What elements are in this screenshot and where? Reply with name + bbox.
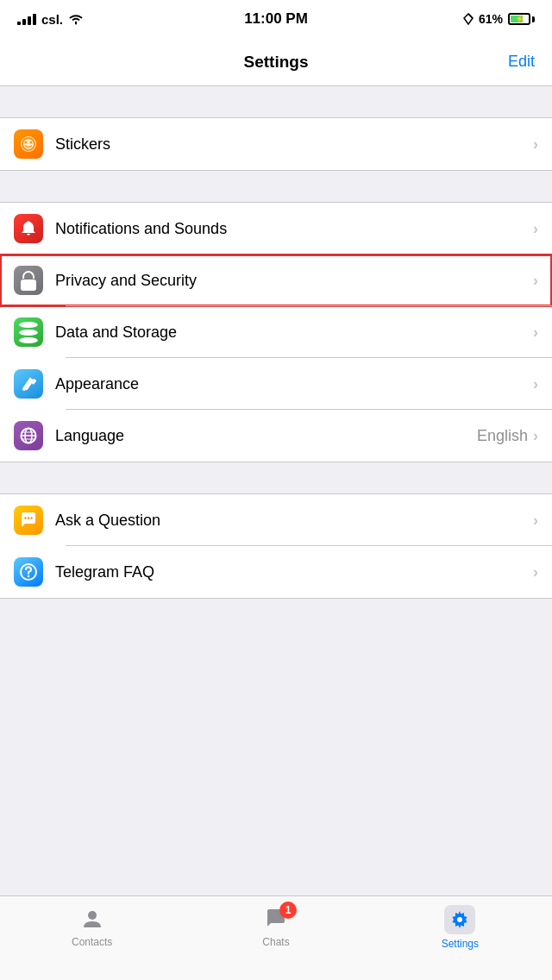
ask-question-row[interactable]: Ask a Question › xyxy=(0,494,552,546)
main-content: Stickers › Notifications and Sounds › xyxy=(0,86,552,716)
chats-badge: 1 xyxy=(279,901,297,919)
nav-title: Settings xyxy=(244,53,309,72)
settings-icon-wrap xyxy=(444,905,475,934)
lock-icon xyxy=(21,271,36,291)
appearance-chevron: › xyxy=(533,375,538,393)
svg-point-12 xyxy=(24,517,26,518)
svg-point-5 xyxy=(22,387,26,391)
chats-label: Chats xyxy=(262,936,289,948)
contacts-icon xyxy=(80,907,104,931)
svg-point-19 xyxy=(457,917,462,922)
section-spacer-3 xyxy=(0,462,552,493)
stickers-row[interactable]: Stickers › xyxy=(0,118,552,170)
stickers-label: Stickers xyxy=(55,135,533,154)
section-spacer-2 xyxy=(0,171,552,202)
stickers-icon xyxy=(14,129,43,159)
privacy-icon xyxy=(14,266,43,295)
appearance-row[interactable]: Appearance › xyxy=(0,358,552,410)
svg-point-13 xyxy=(28,517,29,518)
carrier-label: csl. xyxy=(41,12,63,27)
edit-button[interactable]: Edit xyxy=(508,53,535,71)
settings-group-2: Notifications and Sounds › Privacy and S… xyxy=(0,202,552,462)
contacts-icon-wrap xyxy=(77,905,108,933)
nav-bar: Settings Edit xyxy=(0,38,552,86)
brush-svg xyxy=(19,374,38,393)
settings-label: Settings xyxy=(442,938,479,950)
notifications-label: Notifications and Sounds xyxy=(55,220,533,238)
section-spacer-4 xyxy=(0,599,552,630)
notifications-icon xyxy=(14,214,43,243)
status-bar: csl. 11:00 PM 61% ⚡ xyxy=(0,0,552,38)
battery-icon: ⚡ xyxy=(508,13,535,25)
battery-percent: 61% xyxy=(479,12,503,26)
svg-point-2 xyxy=(25,141,28,144)
svg-point-17 xyxy=(88,911,97,920)
data-chevron: › xyxy=(533,324,538,342)
settings-icon xyxy=(449,909,470,930)
privacy-chevron: › xyxy=(533,272,538,290)
status-time: 11:00 PM xyxy=(244,10,308,28)
wifi-icon xyxy=(68,13,84,25)
tab-settings[interactable]: Settings xyxy=(368,905,552,950)
chat-bubble-svg xyxy=(19,511,38,530)
data-label: Data and Storage xyxy=(55,324,533,342)
data-row[interactable]: Data and Storage › xyxy=(0,306,552,358)
tab-contacts[interactable]: Contacts xyxy=(0,905,184,948)
faq-label: Telegram FAQ xyxy=(55,563,533,581)
tab-bar: Contacts 1 Chats Settings xyxy=(0,895,552,980)
settings-group-3: Ask a Question › Telegram FAQ › xyxy=(0,493,552,599)
question-svg xyxy=(19,562,38,581)
language-row[interactable]: Language English › xyxy=(0,410,552,462)
location-icon xyxy=(463,13,474,25)
chats-icon-wrap: 1 xyxy=(260,905,292,933)
language-chevron: › xyxy=(533,427,538,445)
svg-point-4 xyxy=(28,221,30,223)
svg-point-3 xyxy=(30,141,33,144)
tab-chats[interactable]: 1 Chats xyxy=(184,905,367,948)
database-icon xyxy=(19,322,38,343)
appearance-label: Appearance xyxy=(55,375,533,393)
data-icon xyxy=(14,317,43,347)
notifications-chevron: › xyxy=(533,220,538,238)
appearance-icon xyxy=(14,369,43,399)
language-label: Language xyxy=(55,427,477,445)
faq-row[interactable]: Telegram FAQ › xyxy=(0,546,552,598)
settings-group-1: Stickers › xyxy=(0,117,552,171)
status-left: csl. xyxy=(17,12,84,27)
sticker-svg xyxy=(19,135,38,154)
signal-icon xyxy=(17,13,36,25)
privacy-label: Privacy and Security xyxy=(55,272,533,290)
globe-svg xyxy=(19,426,38,445)
faq-chevron: › xyxy=(533,563,538,581)
svg-point-16 xyxy=(28,575,29,577)
stickers-chevron: › xyxy=(533,135,538,154)
ask-question-icon xyxy=(14,506,43,535)
section-spacer-1 xyxy=(0,86,552,117)
bell-svg xyxy=(19,219,38,238)
contacts-label: Contacts xyxy=(72,936,112,948)
status-right: 61% ⚡ xyxy=(463,12,535,26)
privacy-row[interactable]: Privacy and Security › xyxy=(0,254,552,306)
language-icon xyxy=(14,421,43,450)
ask-question-chevron: › xyxy=(533,512,538,530)
ask-question-label: Ask a Question xyxy=(55,512,533,530)
faq-icon xyxy=(14,557,43,587)
notifications-row[interactable]: Notifications and Sounds › xyxy=(0,203,552,254)
svg-point-14 xyxy=(30,517,32,518)
language-value: English xyxy=(477,427,528,445)
